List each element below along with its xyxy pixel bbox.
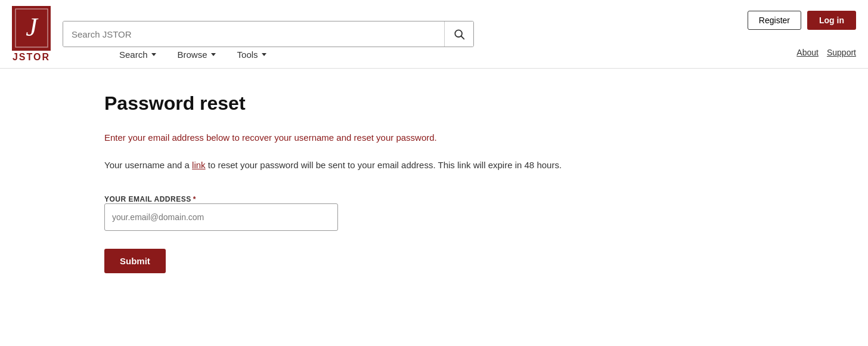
email-label: YOUR EMAIL ADDRESS* [104, 195, 196, 203]
reset-link-text[interactable]: link [192, 160, 206, 170]
site-header: J JSTOR Register Log in Search [0, 0, 868, 69]
about-link[interactable]: About [796, 48, 819, 57]
nav-item-tools[interactable]: Tools [227, 50, 277, 60]
logo-area[interactable]: J JSTOR [12, 6, 51, 63]
secondary-text: Your username and a link to reset your p… [104, 158, 764, 172]
logo-text: JSTOR [13, 52, 50, 63]
description-text: Enter your email address below to recove… [104, 131, 764, 145]
nav-browse-label: Browse [178, 50, 207, 60]
register-button[interactable]: Register [748, 11, 801, 30]
chevron-down-icon [211, 53, 216, 56]
chevron-down-icon [151, 53, 156, 56]
email-input[interactable] [104, 203, 338, 231]
search-icon [453, 28, 465, 40]
svg-line-4 [461, 36, 464, 39]
main-nav: Search Browse Tools [119, 50, 277, 60]
about-support-area: About Support [796, 48, 856, 57]
auth-area: Register Log in [748, 11, 856, 30]
chevron-down-icon [262, 53, 266, 56]
support-link[interactable]: Support [827, 48, 856, 57]
search-area [63, 21, 474, 47]
nav-item-browse[interactable]: Browse [167, 50, 227, 60]
nav-item-search[interactable]: Search [119, 50, 167, 60]
nav-tools-label: Tools [237, 50, 258, 60]
email-field-group: YOUR EMAIL ADDRESS* [104, 194, 764, 231]
secondary-text-before-link: Your username and a [104, 160, 192, 170]
login-button[interactable]: Log in [807, 11, 856, 30]
submit-button[interactable]: Submit [104, 249, 166, 273]
search-input[interactable] [63, 21, 444, 47]
main-content: Password reset Enter your email address … [0, 69, 868, 297]
search-button[interactable] [444, 21, 473, 47]
svg-text:J: J [26, 13, 39, 42]
secondary-text-after-link: to reset your password will be sent to y… [206, 160, 562, 170]
required-star: * [193, 195, 196, 203]
page-title: Password reset [104, 92, 764, 115]
jstor-logo-icon: J [12, 6, 51, 51]
nav-search-label: Search [119, 50, 148, 60]
